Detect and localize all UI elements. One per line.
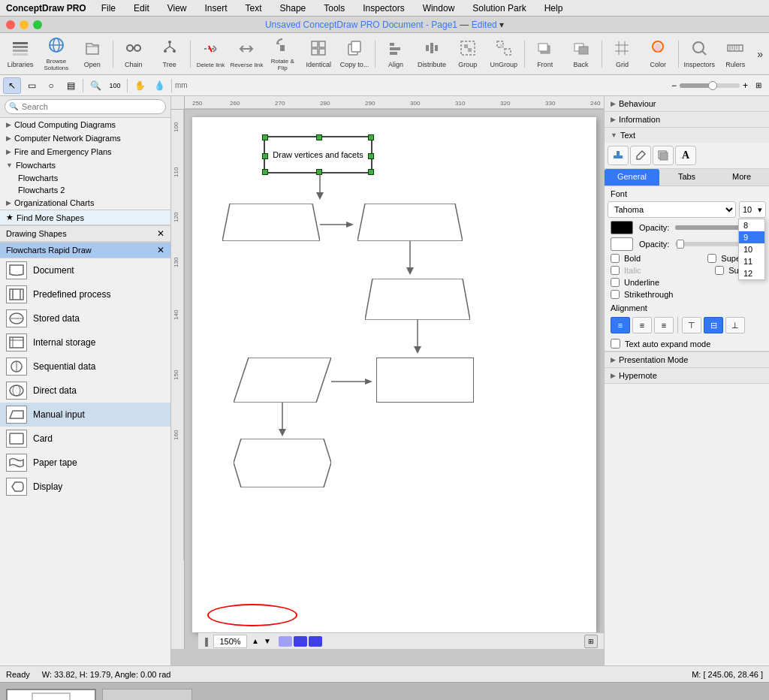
align-top-btn[interactable]: ⊤ [682,317,701,333]
subscript-checkbox[interactable] [715,266,724,275]
shape-item-card[interactable]: Card [0,427,170,451]
page-view-btn-2[interactable] [294,636,307,647]
toolbar-delete-link[interactable]: Delete link [194,35,228,73]
inspector-shadow-btn[interactable] [653,146,674,165]
toolbar-ungroup[interactable]: UnGroup [487,35,521,73]
search-input[interactable] [5,99,166,114]
sidebar-item-flowcharts-2[interactable]: Flowcharts 2 [0,184,170,196]
toolbar-color[interactable]: Color [641,35,675,73]
toolbar-back[interactable]: Back [564,35,599,73]
maximize-button[interactable] [33,20,42,29]
canvas[interactable]: Draw vertices and facets [185,110,604,649]
underline-checkbox[interactable] [611,278,620,287]
toolbar-distribute[interactable]: Distribute [415,35,449,73]
sidebar-item-cloud[interactable]: ▶ Cloud Computing Diagrams [0,118,170,131]
zoom-plus-icon[interactable]: + [743,80,748,91]
inspector-behaviour-header[interactable]: ▶ Behaviour [605,96,769,111]
page-view-btn-1[interactable] [279,636,292,647]
fill-color-swatch[interactable] [611,221,633,234]
shape-item-direct[interactable]: Direct data [0,379,170,403]
close-button[interactable] [6,20,15,29]
toolbar-copy-to[interactable]: Copy to... [337,35,372,73]
inspector-hypernote-header[interactable]: ▶ Hypernote [605,368,769,383]
inspector-text-header[interactable]: ▼ Text [605,128,769,143]
font-size-option-10[interactable]: 10 [739,243,764,255]
tool-zoom-mode[interactable]: 100 [106,77,124,94]
menu-solution-park[interactable]: Solution Park [469,2,529,15]
toolbar-reverse-link[interactable]: Reverse link [229,35,264,73]
toolbar-more[interactable]: » [754,35,766,73]
shape-item-document[interactable]: Document [0,258,170,282]
autoexpand-checkbox[interactable] [611,339,620,348]
menu-file[interactable]: File [98,2,119,15]
inspector-text-A-btn[interactable]: A [675,146,696,165]
page-view-btn-3[interactable] [309,636,322,647]
sidebar-item-org[interactable]: ▶ Organizational Charts [0,196,170,210]
toolbar-tree[interactable]: Tree [152,35,187,73]
inspector-information-header[interactable]: ▶ Information [605,112,769,127]
toolbar-align[interactable]: Align [378,35,413,73]
font-family-select[interactable]: Tahoma [608,201,736,218]
toolbar-open[interactable]: Open [75,35,110,73]
tool-eyedropper[interactable]: 💧 [150,77,168,94]
toolbar-inspectors[interactable]: Inspectors [682,35,716,73]
close-library-icon[interactable]: ✕ [157,245,164,255]
tool-pan[interactable]: ✋ [131,77,149,94]
superscript-checkbox[interactable] [707,254,716,263]
minimize-button[interactable] [20,20,29,29]
fullscreen-btn[interactable]: ⊞ [584,635,598,648]
bold-checkbox[interactable] [611,254,620,263]
toolbar-group[interactable]: Group [451,35,485,73]
fc-shape-process-left[interactable] [222,204,320,241]
zoom-stepper-down[interactable]: ▼ [264,637,271,645]
zoom-minus-icon[interactable]: − [671,80,677,91]
toolbar-front[interactable]: Front [528,35,562,73]
tab-general[interactable]: General [605,169,659,186]
align-left-btn[interactable]: ≡ [611,317,630,333]
fc-shape-process-br[interactable] [365,279,470,320]
sidebar-item-network[interactable]: ▶ Computer Network Diagrams [0,131,170,145]
sidebar-item-fire[interactable]: ▶ Fire and Emergency Plans [0,145,170,158]
fc-shape-diamond[interactable] [234,439,331,487]
tool-select[interactable]: ↖ [3,77,21,94]
menu-insert[interactable]: Insert [202,2,231,15]
font-size-option-12[interactable]: 12 [739,267,764,279]
toolbar-browse-solutions[interactable]: Browse Solutions [39,35,74,73]
shape-item-display[interactable]: Display [0,475,170,499]
align-right-btn[interactable]: ≡ [654,317,674,333]
sidebar-item-flowcharts[interactable]: ▼ Flowcharts [0,158,170,172]
tab-tabs[interactable]: Tabs [659,169,714,186]
zoom-stepper-up[interactable]: ▲ [252,637,259,645]
fc-shape-selected[interactable]: Draw vertices and facets [264,136,372,173]
inspector-paint-btn[interactable] [608,146,629,165]
stroke-color-swatch[interactable] [611,237,633,251]
toolbar-rulers[interactable]: Rulers [718,35,752,73]
fc-shape-process-right[interactable] [357,204,463,241]
fc-shape-parallelogram[interactable] [234,358,331,403]
shape-item-sequential[interactable]: Sequential data [0,355,170,379]
font-size-option-11[interactable]: 11 [739,255,764,267]
shape-item-stored[interactable]: Stored data [0,306,170,330]
menu-edit[interactable]: Edit [131,2,152,15]
shape-item-manual[interactable]: Manual input [0,403,170,427]
menu-window[interactable]: Window [420,2,458,15]
shape-item-predefined[interactable]: Predefined process [0,282,170,306]
zoom-input[interactable] [213,635,247,648]
toolbar-libraries[interactable]: Libraries [3,35,38,73]
menu-text[interactable]: Text [243,2,265,15]
tab-more[interactable]: More [714,169,769,186]
tool-rect[interactable]: ▭ [23,77,41,94]
menu-view[interactable]: View [164,2,190,15]
italic-checkbox[interactable] [611,266,620,275]
toolbar-chain[interactable]: Chain [116,35,151,73]
menu-shape[interactable]: Shape [277,2,309,15]
menu-help[interactable]: Help [541,2,566,15]
thumbnail-image[interactable] [6,689,96,700]
shape-item-internal[interactable]: Internal storage [0,330,170,355]
collapse-icon[interactable]: ‖ [204,636,209,647]
fc-shape-rect-br[interactable] [376,358,474,403]
menu-inspectors[interactable]: Inspectors [360,2,407,15]
close-drawing-icon[interactable]: ✕ [157,228,164,239]
tool-ellipse[interactable]: ○ [42,77,60,94]
tool-text-box[interactable]: ▤ [62,77,80,94]
